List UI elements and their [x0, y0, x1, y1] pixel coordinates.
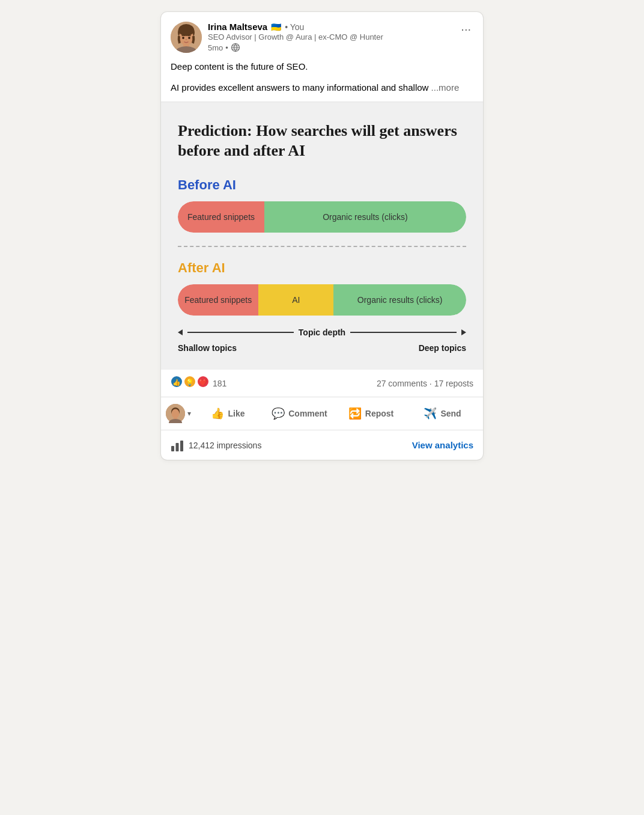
actions-row: ▾ 👍 Like 💬 Comment 🔁 Repost ✈️ Send [161, 397, 483, 430]
more-options-button[interactable]: ··· [457, 20, 475, 37]
comments-count: 27 comments [377, 379, 427, 388]
after-ai-bar: Featured snippets AI Organic results (cl… [178, 284, 466, 316]
user-dropdown-button[interactable]: ▾ [186, 407, 192, 420]
you-badge: • You [285, 22, 304, 32]
repost-icon: 🔁 [348, 407, 362, 420]
engagement-stats[interactable]: 27 comments · 17 reposts [377, 379, 473, 388]
arrow-left-icon [178, 329, 183, 335]
featured-snippets-before: Featured snippets [178, 201, 264, 233]
comment-button[interactable]: 💬 Comment [264, 400, 335, 427]
reaction-icons[interactable]: 👍 💡 ❤️ 181 [171, 376, 226, 391]
infographic-title: Prediction: How searches will get answer… [178, 121, 466, 160]
author-info: Irina Maltseva 🇺🇦 • You SEO Advisor | Gr… [208, 22, 473, 52]
topic-depth-arrow-row: Topic depth [178, 328, 466, 337]
topic-depth-line [187, 332, 294, 333]
svg-point-17 [172, 409, 180, 418]
reaction-count: 181 [213, 379, 226, 388]
more-link[interactable]: ...more [431, 82, 460, 93]
globe-icon [231, 43, 240, 52]
before-ai-label: Before AI [178, 177, 466, 193]
topic-depth-section: Topic depth Shallow topics Deep topics [178, 328, 466, 353]
svg-point-6 [182, 37, 184, 39]
svg-rect-21 [176, 443, 179, 451]
comment-label: Comment [288, 409, 327, 418]
like-icon: 👍 [211, 407, 224, 420]
like-button[interactable]: 👍 Like [192, 400, 264, 427]
repost-label: Repost [365, 409, 393, 418]
ai-bar: AI [258, 284, 333, 316]
svg-point-3 [178, 24, 194, 36]
svg-text:👍: 👍 [172, 378, 181, 386]
organic-results-before: Organic results (clicks) [264, 201, 466, 233]
before-ai-bar: Featured snippets Organic results (click… [178, 201, 466, 233]
featured-snippets-after: Featured snippets [178, 284, 258, 316]
post-text: Deep content is the future of SEO. AI pr… [161, 58, 483, 102]
topic-labels-row: Shallow topics Deep topics [178, 343, 466, 353]
bar-chart-icon [171, 439, 184, 452]
author-title: SEO Advisor | Growth @ Aura | ex-CMO @ H… [208, 32, 473, 41]
post-line1: Deep content is the future of SEO. [171, 60, 473, 74]
impressions-left: 12,412 impressions [171, 439, 261, 452]
topic-depth-label: Topic depth [299, 328, 345, 337]
comment-icon: 💬 [272, 407, 285, 420]
svg-rect-22 [180, 441, 183, 451]
svg-text:❤️: ❤️ [199, 378, 207, 386]
send-button[interactable]: ✈️ Send [407, 400, 478, 427]
ukraine-flag: 🇺🇦 [271, 22, 281, 32]
deep-topics-label: Deep topics [419, 343, 466, 353]
section-divider [178, 246, 466, 247]
linkedin-post-card: Irina Maltseva 🇺🇦 • You SEO Advisor | Gr… [161, 12, 483, 460]
impressions-row: 12,412 impressions View analytics [161, 430, 483, 460]
post-header: Irina Maltseva 🇺🇦 • You SEO Advisor | Gr… [161, 12, 483, 58]
impressions-text: 12,412 impressions [189, 441, 261, 450]
view-analytics-button[interactable]: View analytics [412, 438, 473, 453]
reposts-count: 17 reposts [434, 379, 473, 388]
send-icon: ✈️ [424, 407, 437, 420]
infographic-section: Prediction: How searches will get answer… [161, 102, 483, 370]
author-name[interactable]: Irina Maltseva [208, 22, 267, 32]
reaction-emoji-1: 👍 [171, 376, 183, 391]
author-name-row: Irina Maltseva 🇺🇦 • You [208, 22, 473, 32]
organic-results-after: Organic results (clicks) [333, 284, 466, 316]
reaction-emoji-2: 💡 [184, 376, 196, 391]
like-label: Like [228, 409, 245, 418]
reactions-row: 👍 💡 ❤️ 181 27 comments · 17 reposts [161, 370, 483, 397]
topic-depth-line-right [350, 332, 457, 333]
send-label: Send [440, 409, 461, 418]
svg-point-7 [188, 37, 190, 39]
reaction-emoji-3: ❤️ [197, 376, 209, 391]
svg-text:💡: 💡 [186, 378, 194, 386]
post-line2: AI provides excellent answers to many in… [171, 81, 473, 95]
arrow-right-icon [461, 329, 466, 335]
avatar [171, 22, 202, 53]
post-time: 5mo • [208, 43, 473, 52]
user-avatar-small [166, 404, 185, 423]
after-ai-label: After AI [178, 260, 466, 276]
repost-button[interactable]: 🔁 Repost [335, 400, 407, 427]
shallow-topics-label: Shallow topics [178, 343, 237, 353]
svg-rect-20 [171, 446, 174, 451]
